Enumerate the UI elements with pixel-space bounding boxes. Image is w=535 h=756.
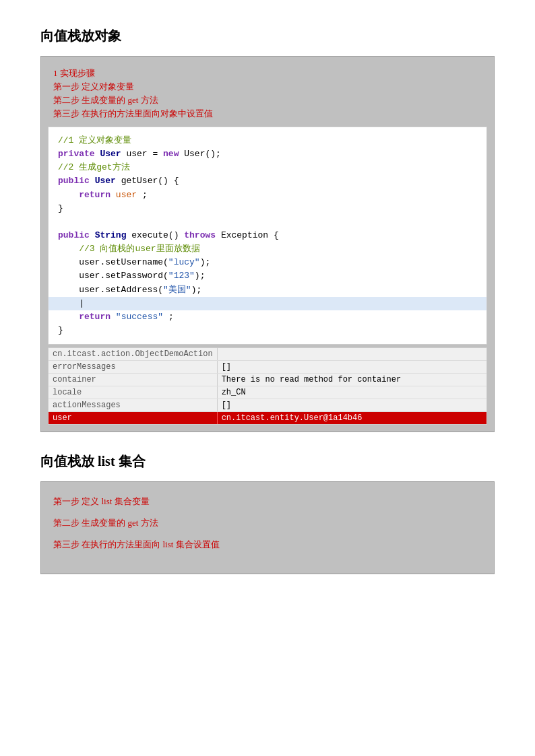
section2-box: 第一步 定义 list 集合变量 第二步 生成变量的 get 方法 第三步 在执…: [40, 481, 495, 574]
step3-label: 第三步 在执行的方法里面向对象中设置值: [53, 108, 482, 120]
debug-key-1: errorMessages: [49, 361, 217, 374]
section2-step3: 第三步 在执行的方法里面向 list 集合设置值: [53, 539, 482, 551]
section2-steps: 第一步 定义 list 集合变量 第二步 生成变量的 get 方法 第三步 在执…: [48, 489, 487, 567]
code-line-5: return user ;: [58, 188, 477, 202]
comment-1: //1 定义对象变量: [58, 135, 131, 145]
section1-box: 1 实现步骤 第一步 定义对象变量 第二步 生成变量的 get 方法 第三步 在…: [40, 56, 495, 432]
keyword-private: private: [58, 149, 95, 159]
code-cursor: |: [58, 298, 84, 308]
debug-key-2: container: [49, 374, 217, 386]
keyword-return2: return: [79, 312, 111, 322]
debug-val-4: []: [217, 399, 486, 412]
debug-key-4: actionMessages: [49, 399, 217, 412]
debug-row-1: errorMessages []: [49, 361, 486, 374]
type-string: String: [95, 230, 132, 240]
comment-3: //3 向值栈的user里面放数据: [79, 244, 199, 254]
section1-title: 向值栈放对象: [40, 27, 495, 45]
code-line-6: }: [58, 202, 477, 215]
keyword-return: return: [79, 190, 111, 200]
debug-val-2: There is no read method for container: [217, 374, 486, 386]
keyword-public2: public: [58, 230, 90, 240]
code-line-8: //3 向值栈的user里面放数据: [58, 242, 477, 256]
code-brace2: }: [58, 325, 63, 335]
debug-key-3: locale: [49, 386, 217, 399]
section2-step1: 第一步 定义 list 集合变量: [53, 495, 482, 508]
section2: 向值栈放 list 集合 第一步 定义 list 集合变量 第二步 生成变量的 …: [40, 452, 495, 574]
code-13end: ;: [168, 312, 174, 322]
code-brace1: }: [58, 203, 63, 213]
code-setusername: user.setUsername(: [58, 257, 168, 267]
code-line-14: }: [58, 324, 477, 337]
debug-table: cn.itcast.action.ObjectDemoAction errorM…: [49, 348, 486, 424]
steps-area: 1 实现步骤 第一步 定义对象变量 第二步 生成变量的 get 方法 第三步 在…: [48, 63, 487, 124]
code-getuser: getUser() {: [121, 176, 179, 186]
code-exception: Exception {: [221, 230, 279, 240]
code-line-10: user.setPassword("123");: [58, 269, 477, 283]
code-line-blank: [58, 215, 477, 229]
code-semicolon: ;: [142, 190, 148, 200]
type-user: User: [100, 149, 126, 159]
code-10end: );: [195, 271, 206, 281]
code-text-2b: User();: [184, 149, 221, 159]
keyword-throws: throws: [184, 230, 216, 240]
string-123: "123": [168, 271, 195, 281]
debug-row-2: container There is no read method for co…: [49, 374, 486, 386]
code-execute: execute(): [131, 230, 184, 240]
code-9end: );: [200, 257, 211, 267]
type-user2: User: [95, 176, 121, 186]
debug-val-1: []: [217, 361, 486, 374]
steps-label: 1 实现步骤: [53, 67, 482, 79]
debug-row-3: locale zh_CN: [49, 386, 486, 399]
code-text-2: user =: [126, 149, 163, 159]
string-lucy: "lucy": [168, 257, 200, 267]
code-11end: );: [191, 285, 202, 295]
string-address: "美国": [163, 285, 191, 295]
section2-title: 向值栈放 list 集合: [40, 452, 495, 471]
code-line-9: user.setUsername("lucy");: [58, 256, 477, 269]
step2-label: 第二步 生成变量的 get 方法: [53, 94, 482, 106]
debug-key-user: user: [49, 412, 217, 425]
debug-row-4: actionMessages []: [49, 399, 486, 412]
debug-val-3: zh_CN: [217, 386, 486, 399]
keyword-public1: public: [58, 176, 90, 186]
code-line-13: return "success" ;: [58, 310, 477, 324]
code-line-2: private User user = new User();: [58, 147, 477, 161]
debug-val-user: cn.itcast.entity.User@1a14b46: [217, 412, 486, 425]
comment-2: //2 生成get方法: [58, 162, 130, 172]
code-line-7: public String execute() throws Exception…: [58, 229, 477, 242]
step1-label: 第一步 定义对象变量: [53, 81, 482, 93]
code-line-1: //1 定义对象变量: [58, 134, 477, 147]
code-block: //1 定义对象变量 private User user = new User(…: [48, 127, 487, 345]
code-line-3: //2 生成get方法: [58, 161, 477, 174]
debug-area: cn.itcast.action.ObjectDemoAction errorM…: [48, 347, 487, 425]
code-line-4: public User getUser() {: [58, 174, 477, 188]
code-setpassword: user.setPassword(: [58, 271, 168, 281]
debug-row-highlighted: user cn.itcast.entity.User@1a14b46: [49, 412, 486, 425]
code-line-cursor: |: [49, 297, 486, 310]
var-user: user: [116, 190, 137, 200]
code-setaddress: user.setAddress(: [58, 285, 163, 295]
debug-header-row: cn.itcast.action.ObjectDemoAction: [49, 348, 486, 361]
keyword-new: new: [163, 149, 179, 159]
debug-action-class: cn.itcast.action.ObjectDemoAction: [49, 348, 217, 361]
string-success: "success": [116, 312, 163, 322]
section2-step2: 第二步 生成变量的 get 方法: [53, 517, 482, 529]
code-line-11: user.setAddress("美国");: [58, 283, 477, 297]
debug-header-right: [217, 348, 486, 361]
